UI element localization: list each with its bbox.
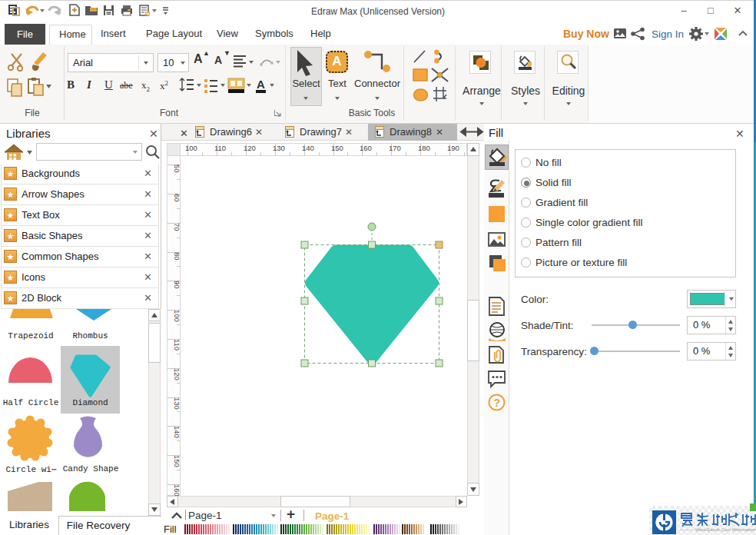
svg-text:140: 140 (302, 144, 314, 152)
svg-text:170: 170 (389, 144, 401, 152)
svg-text:A: A (257, 78, 265, 91)
svg-text:190: 190 (447, 144, 459, 152)
svg-text:130: 130 (273, 144, 285, 152)
svg-text:?: ? (494, 397, 501, 409)
svg-text:120: 120 (244, 144, 256, 152)
svg-text:150: 150 (331, 144, 343, 152)
svg-text:160: 160 (360, 144, 372, 152)
svg-text:180: 180 (418, 144, 430, 152)
svg-text:110: 110 (214, 144, 226, 152)
svg-text:100: 100 (185, 144, 197, 152)
